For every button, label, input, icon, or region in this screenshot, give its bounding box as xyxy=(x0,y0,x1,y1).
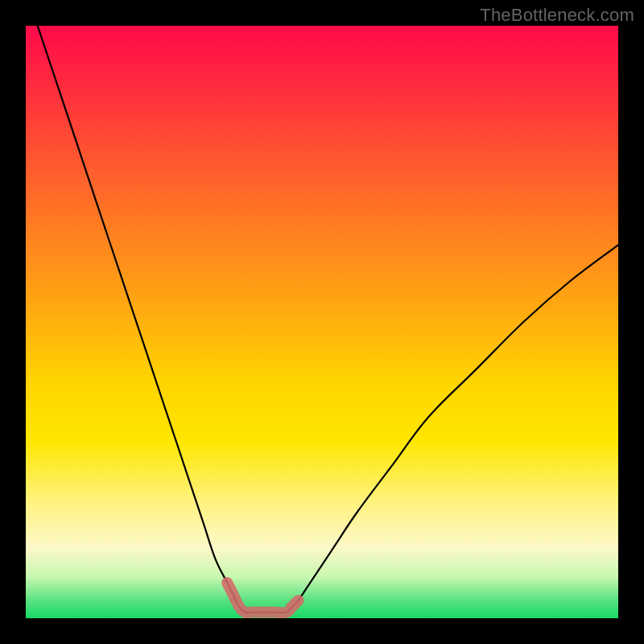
curve-svg xyxy=(26,26,618,618)
plot-area xyxy=(26,26,618,618)
bottleneck-curve xyxy=(38,26,618,613)
optimal-highlight xyxy=(227,583,298,613)
watermark-text: TheBottleneck.com xyxy=(480,5,634,26)
chart-frame: TheBottleneck.com xyxy=(0,0,644,644)
